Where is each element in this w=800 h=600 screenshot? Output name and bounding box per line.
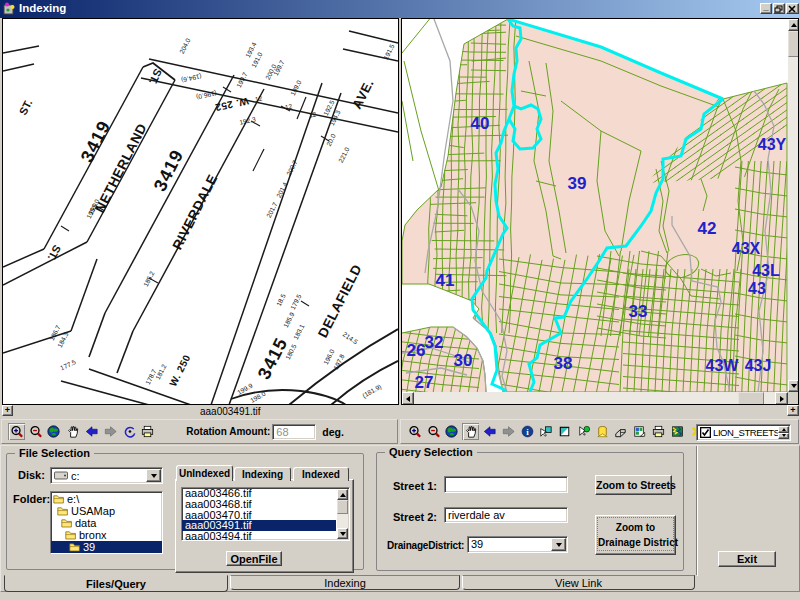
svg-text:43J: 43J <box>745 357 772 374</box>
svg-text:33: 33 <box>629 302 648 321</box>
svg-text:43W: 43W <box>706 357 740 374</box>
svg-text:32: 32 <box>425 333 444 352</box>
svg-text:43Y: 43Y <box>758 136 787 153</box>
svg-text:39: 39 <box>568 174 587 193</box>
svg-text:43X: 43X <box>732 240 761 257</box>
svg-text:41: 41 <box>436 271 455 290</box>
svg-text:38: 38 <box>554 354 573 373</box>
svg-text:40: 40 <box>471 114 490 133</box>
svg-text:26: 26 <box>407 341 426 360</box>
svg-text:27: 27 <box>415 373 434 392</box>
svg-text:30: 30 <box>454 351 473 370</box>
svg-text:42: 42 <box>698 219 717 238</box>
svg-text:43L: 43L <box>752 262 780 279</box>
svg-text:43: 43 <box>748 280 766 297</box>
